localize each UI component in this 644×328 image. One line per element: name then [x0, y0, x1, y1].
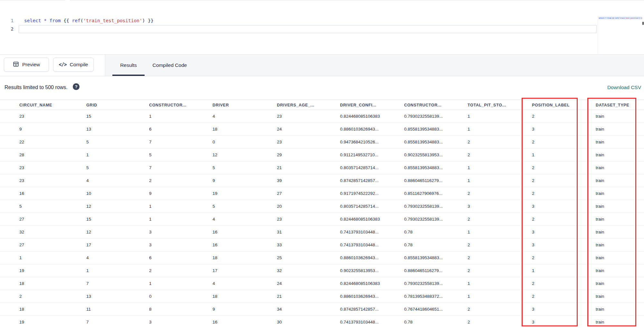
table-cell: 0.824468085106383 — [340, 114, 380, 119]
table-cell: 32 — [277, 268, 282, 273]
table-cell: 20 — [277, 204, 282, 209]
table-cell: 7 — [149, 165, 152, 170]
table-cell: 5 — [19, 204, 22, 209]
table-cell: 0.7813953488372... — [404, 294, 443, 299]
table-cell: 8 — [149, 307, 152, 312]
table-cell: 0.8742857142857... — [340, 307, 379, 312]
table-cell: 2 — [149, 268, 152, 273]
table-cell: 0.7413793103448... — [340, 230, 379, 234]
table-cell: 15 — [86, 217, 91, 222]
compile-button[interactable]: </> Compile — [53, 58, 94, 72]
help-icon[interactable]: ? — [73, 83, 80, 90]
table-cell: 9 — [213, 307, 215, 312]
column-header[interactable]: CONSTRUCTOR... — [149, 103, 186, 107]
table-cell: 21 — [277, 165, 282, 170]
table-cell: 0.9112149532710... — [340, 152, 378, 157]
column-header[interactable]: DRIVER_CONFI... — [340, 103, 376, 107]
table-cell: 2 — [468, 255, 470, 260]
table-cell: 0.7930232558139... — [404, 114, 443, 119]
table-cell: 7 — [86, 281, 89, 286]
table-cell: 5 — [86, 165, 89, 170]
table-cell: 33 — [277, 242, 282, 247]
minimap-code-line: select * from {{ ref('train_test_positio… — [599, 17, 642, 19]
table-cell: 17 — [213, 268, 217, 273]
table-cell: 1 — [149, 204, 152, 209]
table-cell: 23 — [277, 140, 282, 144]
column-header[interactable]: DRIVER — [213, 103, 229, 107]
table-cell: 0.8860103626943... — [340, 127, 379, 132]
table-cell: 0.7413793103448... — [340, 242, 379, 247]
table-cell: 1 — [468, 127, 470, 132]
tab-results[interactable]: Results — [112, 55, 145, 76]
table-cell: 0 — [149, 294, 152, 299]
table-cell: 27 — [19, 217, 24, 222]
table-cell: 15 — [86, 114, 91, 119]
sql-ide-window: Format Save As 1 2 select * from {{ ref(… — [0, 0, 644, 328]
table-cell: 39 — [277, 178, 282, 183]
table-cell: 3 — [149, 320, 152, 324]
table-cell: 0.8860465116279... — [404, 268, 442, 273]
code-brackets-icon: </> — [59, 62, 67, 68]
tab-compiled-code-label: Compiled Code — [153, 62, 187, 68]
tab-compiled-code[interactable]: Compiled Code — [145, 55, 195, 76]
table-cell: 19 — [19, 320, 24, 324]
annotation-box-position-label-column — [522, 98, 578, 326]
table-cell: 4 — [213, 281, 215, 286]
table-cell: 30 — [277, 320, 282, 324]
table-cell: 1 — [19, 255, 22, 260]
column-header[interactable]: CIRCUIT_NAME — [19, 103, 52, 107]
column-header[interactable]: CONSTRUCTOR... — [404, 103, 441, 107]
table-cell: 1 — [149, 281, 152, 286]
compile-label: Compile — [70, 62, 88, 68]
table-cell: 1 — [468, 230, 470, 234]
preview-label: Preview — [22, 62, 40, 68]
scrollbar-marker[interactable] — [642, 22, 644, 25]
table-cell: 0.8860465116279... — [404, 178, 442, 183]
table-cell: 0.8558139534883... — [404, 165, 443, 170]
table-cell: 3 — [468, 204, 470, 209]
table-cell: 2 — [468, 217, 470, 222]
editor-minimap[interactable]: select * from {{ ref('train_test_positio… — [598, 16, 643, 54]
table-cell: 2 — [468, 140, 470, 144]
table-cell: 16 — [213, 230, 217, 234]
line-number-gutter: 1 2 — [0, 16, 14, 33]
table-cell: 23 — [19, 114, 24, 119]
table-cell: 0.78 — [404, 230, 412, 234]
column-header[interactable]: DRIVERS_AGE_... — [277, 103, 314, 107]
table-cell: 13 — [86, 127, 91, 132]
preview-button[interactable]: Preview — [4, 58, 49, 72]
table-cell: 34 — [277, 307, 282, 312]
column-header[interactable]: GRID — [86, 103, 97, 107]
table-cell: 7 — [149, 140, 152, 144]
table-grid-icon — [13, 61, 19, 68]
table-cell: 0.7413793103448... — [340, 320, 379, 324]
table-cell: 0.7930232558139... — [404, 204, 443, 209]
table-cell: 12 — [213, 152, 217, 157]
table-cell: 1 — [468, 281, 470, 286]
table-cell: 0 — [213, 140, 215, 144]
code-line-1[interactable]: select * from {{ ref('train_test_positio… — [24, 16, 154, 25]
table-cell: 16 — [213, 242, 217, 247]
table-cell: 0.8558139534883... — [404, 140, 443, 144]
table-cell: 1 — [468, 178, 470, 183]
table-cell: 2 — [468, 152, 470, 157]
table-cell: 9 — [213, 178, 215, 183]
action-strip: Preview </> Compile Results Compiled Cod… — [0, 55, 644, 76]
table-cell: 5 — [213, 165, 215, 170]
table-cell: 0.8511627906976... — [404, 191, 442, 196]
column-header[interactable]: TOTAL_PIT_STO... — [468, 103, 506, 107]
table-cell: 23 — [277, 114, 282, 119]
table-cell: 2 — [468, 242, 470, 247]
table-cell: 7 — [86, 320, 89, 324]
table-cell: 29 — [277, 152, 282, 157]
table-cell: 1 — [468, 114, 470, 119]
table-cell: 12 — [86, 204, 91, 209]
table-cell: 18 — [19, 307, 24, 312]
table-cell: 5 — [86, 140, 89, 144]
download-csv-link[interactable]: Download CSV — [607, 85, 641, 90]
table-cell: 11 — [86, 307, 91, 312]
table-cell: 0.9473684210526... — [340, 140, 379, 144]
table-cell: 32 — [19, 230, 24, 234]
table-cell: 2 — [19, 294, 22, 299]
code-editor[interactable]: 1 2 select * from {{ ref('train_test_pos… — [0, 0, 644, 54]
